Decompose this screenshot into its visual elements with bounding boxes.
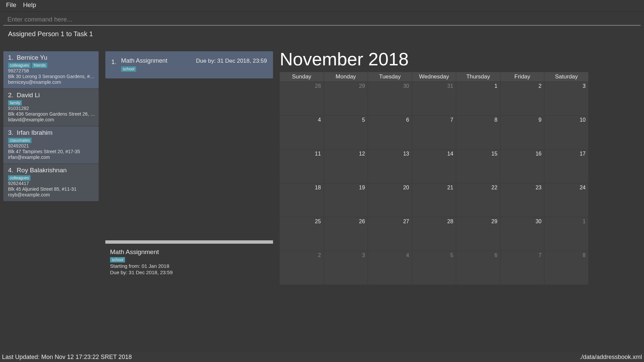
calendar-date: 5 — [362, 117, 365, 123]
calendar-cell[interactable]: 23 — [500, 183, 544, 217]
calendar-cell[interactable]: 25 — [280, 217, 324, 251]
tag: friends — [32, 63, 47, 68]
calendar-cell[interactable]: 21 — [412, 183, 456, 217]
menu-help[interactable]: Help — [23, 1, 36, 9]
footer-left: Last Updated: Mon Nov 12 17:23:22 SRET 2… — [2, 354, 132, 361]
calendar-cell[interactable]: 15 — [456, 149, 500, 183]
calendar-cell[interactable]: 24 — [544, 183, 588, 217]
tag: school — [110, 257, 125, 262]
person-card[interactable]: 3.Irfan Ibrahim classmates 92492021 Blk … — [3, 126, 99, 164]
calendar-cell[interactable]: 4 — [280, 116, 324, 149]
task-card[interactable]: 1. Math Assignment Due by: 31 Dec 2018, … — [105, 51, 273, 78]
task-detail-due: Due by: 31 Dec 2018, 23:59 — [110, 269, 268, 275]
calendar-date: 22 — [491, 185, 497, 191]
calendar-cell[interactable]: 30 — [368, 82, 412, 115]
calendar-cell[interactable]: 8 — [544, 251, 588, 285]
tasks-column: 1. Math Assignment Due by: 31 Dec 2018, … — [105, 51, 273, 352]
person-index: 1. — [8, 54, 13, 61]
calendar-cell[interactable]: 31 — [412, 82, 456, 115]
calendar-date: 28 — [447, 219, 453, 225]
calendar-cell[interactable]: 10 — [544, 116, 588, 149]
tag: family — [8, 100, 22, 106]
calendar-date: 6 — [406, 117, 409, 123]
calendar-cell[interactable]: 19 — [324, 183, 368, 217]
calendar-date: 17 — [580, 151, 586, 157]
menu-file[interactable]: File — [6, 1, 16, 9]
calendar-day-header: Saturday — [544, 72, 588, 81]
calendar-date: 31 — [447, 83, 453, 89]
calendar-cell[interactable]: 7 — [500, 251, 544, 285]
calendar-cell[interactable]: 4 — [368, 251, 412, 285]
person-address: Blk 47 Tampines Street 20, #17-35 — [8, 149, 95, 155]
calendar-title: November 2018 — [280, 51, 639, 69]
calendar-date: 27 — [403, 219, 409, 225]
calendar-cell[interactable]: 2 — [500, 82, 544, 115]
person-name: Bernice Yu — [17, 54, 48, 61]
calendar-cell[interactable]: 1 — [456, 82, 500, 115]
calendar-cell[interactable]: 18 — [280, 183, 324, 217]
person-card[interactable]: 2.David Li family 91031282 Blk 436 Seran… — [3, 89, 99, 126]
calendar-cell[interactable]: 3 — [324, 251, 368, 285]
calendar-date: 23 — [536, 185, 542, 191]
tag: colleagues — [8, 63, 31, 68]
command-input[interactable] — [3, 14, 641, 25]
calendar-date: 4 — [406, 252, 409, 258]
calendar-date: 28 — [315, 83, 321, 89]
calendar-date: 14 — [447, 151, 453, 157]
calendar-day-header: Friday — [500, 72, 544, 81]
task-detail-title: Math Assignment — [110, 248, 268, 256]
calendar-cell[interactable]: 14 — [412, 149, 456, 183]
calendar-cell[interactable]: 3 — [544, 82, 588, 115]
calendar-cell[interactable]: 22 — [456, 183, 500, 217]
task-due: Due by: 31 Dec 2018, 23:59 — [196, 58, 267, 64]
calendar-date: 1 — [494, 83, 497, 89]
calendar-cell[interactable]: 27 — [368, 217, 412, 251]
calendar-day-header: Sunday — [280, 72, 324, 81]
calendar-cell[interactable]: 29 — [324, 82, 368, 115]
calendar-cell[interactable]: 13 — [368, 149, 412, 183]
calendar-cell[interactable]: 12 — [324, 149, 368, 183]
calendar-date: 19 — [359, 185, 365, 191]
calendar-cell[interactable]: 26 — [324, 217, 368, 251]
status-message: Assigned Person 1 to Task 1 — [0, 25, 644, 51]
calendar-cell[interactable]: 5 — [412, 251, 456, 285]
calendar-cell[interactable]: 28 — [280, 82, 324, 115]
calendar-cell[interactable]: 16 — [500, 149, 544, 183]
person-address: Blk 45 Aljunied Street 85, #11-31 — [8, 186, 95, 192]
calendar-cell[interactable]: 8 — [456, 116, 500, 149]
person-email: berniceyu@example.com — [8, 79, 95, 85]
calendar-cell[interactable]: 29 — [456, 217, 500, 251]
calendar-date: 26 — [359, 219, 365, 225]
footer: Last Updated: Mon Nov 12 17:23:22 SRET 2… — [0, 352, 644, 362]
person-email: irfan@example.com — [8, 155, 95, 160]
calendar-date: 7 — [450, 117, 453, 123]
persons-list: 1.Bernice Yu colleaguesfriends 99272758 … — [3, 51, 99, 352]
calendar-cell[interactable]: 28 — [412, 217, 456, 251]
calendar-cell[interactable]: 20 — [368, 183, 412, 217]
calendar-cell[interactable]: 5 — [324, 116, 368, 149]
calendar-cell[interactable]: 2 — [280, 251, 324, 285]
calendar-cell[interactable]: 6 — [368, 116, 412, 149]
calendar-cell[interactable]: 17 — [544, 149, 588, 183]
tag: classmates — [8, 138, 32, 143]
person-index: 4. — [8, 167, 13, 174]
scrollbar[interactable] — [105, 240, 273, 244]
calendar-cell[interactable]: 1 — [544, 217, 588, 251]
calendar-date: 5 — [450, 252, 453, 258]
person-phone: 91031282 — [8, 106, 95, 111]
calendar-date: 6 — [494, 252, 497, 258]
calendar-cell[interactable]: 6 — [456, 251, 500, 285]
calendar-date: 30 — [403, 83, 409, 89]
calendar-cell[interactable]: 30 — [500, 217, 544, 251]
calendar-date: 10 — [580, 117, 586, 123]
person-card[interactable]: 1.Bernice Yu colleaguesfriends 99272758 … — [3, 51, 99, 88]
calendar-cell[interactable]: 9 — [500, 116, 544, 149]
person-card[interactable]: 4.Roy Balakrishnan colleagues 92624417 B… — [3, 164, 99, 201]
scrollbar-thumb[interactable] — [105, 240, 273, 244]
calendar-cell[interactable]: 11 — [280, 149, 324, 183]
calendar-date: 24 — [580, 185, 586, 191]
person-address: Blk 30 Lorong 3 Serangoon Gardens, #… — [8, 74, 95, 79]
person-name: Roy Balakrishnan — [17, 167, 67, 174]
calendar-cell[interactable]: 7 — [412, 116, 456, 149]
calendar-date: 13 — [403, 151, 409, 157]
